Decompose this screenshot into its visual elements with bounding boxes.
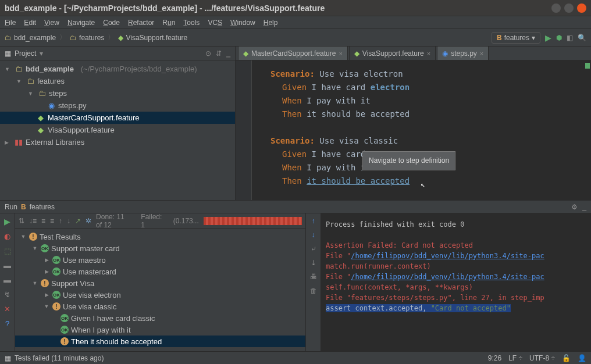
gear-icon[interactable]: ⚙ bbox=[571, 203, 578, 211]
tree-features[interactable]: ▼🗀 features bbox=[0, 75, 235, 87]
menu-refactor[interactable]: Refactor bbox=[128, 19, 154, 27]
menu-help[interactable]: Help bbox=[264, 19, 278, 27]
step-link[interactable]: it should be accepted bbox=[307, 176, 410, 185]
tree-mastercard-feature[interactable]: ◆ MasterCardSupport.feature bbox=[0, 112, 235, 124]
test-feature-visa[interactable]: ▼!Support Visa bbox=[15, 277, 305, 289]
close-tab-icon[interactable]: × bbox=[339, 50, 342, 57]
menu-window[interactable]: Window bbox=[230, 19, 255, 27]
dump-button[interactable]: ▬ bbox=[3, 276, 11, 284]
editor-gutter bbox=[236, 60, 252, 200]
hector-icon[interactable]: 👤 bbox=[578, 354, 586, 362]
tab-visasupport[interactable]: ◆ VisaSupport.feature × bbox=[349, 46, 436, 60]
test-given-classic[interactable]: OKGiven I have card classic bbox=[15, 312, 305, 324]
status-message: Tests failed (11 minutes ago) bbox=[15, 354, 104, 362]
menu-view[interactable]: View bbox=[44, 19, 59, 27]
maximize-button[interactable] bbox=[564, 3, 574, 13]
file-link[interactable]: /home/filippov/bdd_venv/lib/python3.4/si… bbox=[351, 273, 544, 281]
test-tree[interactable]: ▼!Test Results ▼OKSupport master card ▶O… bbox=[15, 229, 305, 351]
tree-steps[interactable]: ▼🗀 steps bbox=[0, 87, 235, 99]
test-then-accepted[interactable]: !Then it should be accepted bbox=[15, 336, 305, 347]
close-button[interactable]: ✕ bbox=[4, 305, 10, 313]
test-feature-mc[interactable]: ▼OKSupport master card bbox=[15, 242, 305, 254]
hide-button[interactable]: ⎯ bbox=[582, 203, 586, 211]
print-button[interactable]: 🖶 bbox=[310, 273, 317, 281]
toggle-button[interactable]: ⬚ bbox=[4, 247, 11, 255]
project-tree[interactable]: ▼🗀 bdd_example (~/PycharmProjects/bdd_ex… bbox=[0, 60, 235, 151]
folder-icon: 🗀 bbox=[26, 77, 35, 85]
filter-button[interactable]: ↓≡ bbox=[29, 217, 37, 225]
tree-root[interactable]: ▼🗀 bdd_example (~/PycharmProjects/bdd_ex… bbox=[0, 63, 235, 75]
stop-button[interactable]: ◐ bbox=[4, 232, 10, 241]
search-everywhere-button[interactable]: 🔍 bbox=[578, 34, 586, 42]
warn-icon: ! bbox=[41, 279, 49, 287]
test-classic[interactable]: ▼!Use visa classic bbox=[15, 301, 305, 312]
cursor-position[interactable]: 9:26 bbox=[488, 354, 501, 362]
tab-mastercard[interactable]: ◆ MasterCardSupport.feature × bbox=[238, 46, 348, 60]
editor-content[interactable]: Scenario: Use visa electron Given I have… bbox=[236, 60, 591, 200]
ok-icon: OK bbox=[41, 244, 49, 252]
prev-button[interactable]: ↑ bbox=[59, 217, 62, 225]
crumb-project[interactable]: 🗀bdd_example bbox=[5, 34, 56, 42]
rerun-button[interactable]: ▶ bbox=[4, 217, 10, 226]
menu-tools[interactable]: Tools bbox=[183, 19, 200, 27]
test-root[interactable]: ▼!Test Results bbox=[15, 231, 305, 242]
crumb-features[interactable]: 🗀features bbox=[70, 34, 104, 42]
tree-visa-feature[interactable]: ◆ VisaSupport.feature bbox=[0, 124, 235, 136]
scroll-end-button[interactable]: ⤓ bbox=[311, 259, 316, 267]
hide-button[interactable]: ⎯ bbox=[226, 49, 230, 58]
close-tab-icon[interactable]: × bbox=[480, 50, 483, 57]
console-output[interactable]: Process finished with exit code 0 Assert… bbox=[321, 213, 591, 351]
tab-steps-py[interactable]: ◉ steps.py × bbox=[437, 46, 489, 60]
clear-button[interactable]: 🗑 bbox=[310, 287, 317, 295]
soft-wrap-button[interactable]: ⤶ bbox=[311, 245, 316, 253]
warn-icon: ! bbox=[60, 337, 69, 345]
test-toolbar: ⇅ ↓≡ ≡ ≡ ↑ ↓ ↗ ✲ Done: 11 of 12 Failed: … bbox=[15, 213, 305, 229]
editor-area: ◆ MasterCardSupport.feature × ◆ VisaSupp… bbox=[236, 47, 591, 200]
file-link[interactable]: /home/filippov/bdd_venv/lib/python3.4/si… bbox=[351, 252, 544, 260]
window-controls bbox=[551, 3, 586, 13]
collapse-button[interactable]: ≡ bbox=[50, 217, 54, 225]
menu-code[interactable]: Code bbox=[103, 19, 120, 27]
lock-icon[interactable]: 🔓 bbox=[562, 354, 571, 362]
tooltip-navigate-step: Navigate to step definition bbox=[362, 151, 455, 170]
feature-icon: ◆ bbox=[118, 34, 123, 42]
summary-time: (0.173... bbox=[173, 217, 199, 225]
collapse-all-button[interactable]: ⊙ bbox=[205, 49, 211, 58]
close-tab-icon[interactable]: × bbox=[427, 50, 430, 57]
scroll-down-button[interactable]: ↓ bbox=[312, 231, 315, 239]
menu-navigate[interactable]: Navigate bbox=[67, 19, 95, 27]
export-button[interactable]: ↯ bbox=[4, 290, 10, 299]
tree-steps-py[interactable]: ◉ steps.py bbox=[0, 99, 235, 112]
export-button[interactable]: ↗ bbox=[75, 217, 81, 225]
run-button[interactable]: ▶ bbox=[545, 33, 551, 42]
file-encoding[interactable]: UTF-8 ÷ bbox=[529, 354, 555, 362]
folder-icon: 🗀 bbox=[5, 34, 12, 42]
menu-edit[interactable]: Edit bbox=[24, 19, 36, 27]
test-maestro[interactable]: ▶OKUse maestro bbox=[15, 254, 305, 266]
scroll-up-button[interactable]: ↑ bbox=[312, 217, 315, 225]
gear-icon[interactable]: ✲ bbox=[86, 217, 91, 225]
run-config-selector[interactable]: B features ▾ bbox=[492, 32, 540, 44]
help-button[interactable]: ? bbox=[5, 319, 9, 328]
chevron-down-icon[interactable]: ▾ bbox=[40, 49, 43, 58]
minimize-button[interactable] bbox=[551, 3, 561, 13]
coverage-button[interactable]: ◧ bbox=[567, 34, 573, 42]
crumb-file[interactable]: ◆VisaSupport.feature bbox=[118, 34, 187, 42]
test-mastercard[interactable]: ▶OKUse mastercard bbox=[15, 266, 305, 277]
menu-vcs[interactable]: VCS bbox=[208, 19, 222, 27]
close-button[interactable] bbox=[577, 3, 586, 13]
sort-button[interactable]: ⇅ bbox=[19, 217, 24, 225]
folder-icon: 🗀 bbox=[70, 34, 77, 42]
menu-run[interactable]: Run bbox=[162, 19, 175, 27]
test-electron[interactable]: ▶OKUse visa electron bbox=[15, 289, 305, 301]
line-separator[interactable]: LF ÷ bbox=[508, 354, 522, 362]
run-tool-window: Run B features ⚙ ⎯ ▶ ◐ ⬚ ▬ ▬ ↯ ✕ ? ⇅ ↓≡ … bbox=[0, 200, 591, 351]
pin-button[interactable]: ▬ bbox=[3, 261, 11, 270]
settings-button[interactable]: ⇵ bbox=[216, 49, 222, 58]
expand-button[interactable]: ≡ bbox=[41, 217, 45, 225]
next-button[interactable]: ↓ bbox=[67, 217, 70, 225]
debug-button[interactable]: ⬢ bbox=[556, 34, 562, 42]
menu-file[interactable]: File bbox=[5, 19, 16, 27]
test-when-pay[interactable]: OKWhen I pay with it bbox=[15, 324, 305, 336]
tree-external-libraries[interactable]: ▶▮▮ External Libraries bbox=[0, 136, 235, 148]
